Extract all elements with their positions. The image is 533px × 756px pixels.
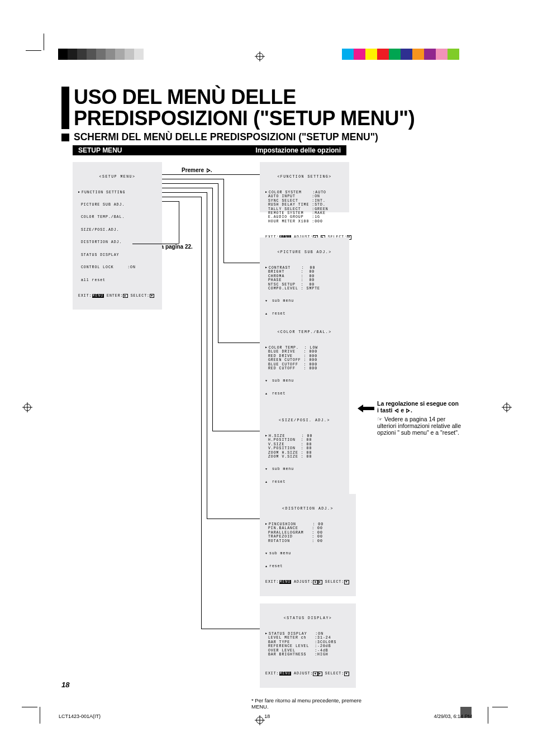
print-footer: LCT1423-001A(IT) 18 4/29/03, 6:14 PM xyxy=(59,714,472,719)
bullet-square-icon xyxy=(61,134,69,141)
menu-footer: EXIT:MENU ADJUST:◀▶ SELECT:▼ xyxy=(265,580,350,584)
crop-mark xyxy=(27,34,49,56)
grayscale-strip xyxy=(58,49,153,60)
arrow-left-icon xyxy=(358,405,374,412)
setup-menu-box: <SETUP MENU> FUNCTION SETTING PICTURE SU… xyxy=(73,162,162,310)
back-note: * Per fare ritorno al menu precedente, p… xyxy=(251,697,363,710)
menu-footer: EXIT:MENU ENTER:▶ SELECT:▼ xyxy=(78,294,156,298)
svg-marker-12 xyxy=(358,405,374,412)
header-left: SETUP MENU xyxy=(78,146,122,154)
menu-footer: EXIT:MENU ADJUST:◀▶ SELECT:▼ xyxy=(265,672,350,676)
page-number: 18 xyxy=(61,681,69,689)
content-area: USO DEL MENÙ DELLE PREDISPOSIZIONI ("SET… xyxy=(61,87,464,732)
crop-mark xyxy=(482,701,505,724)
section-header-bar: SETUP MENU Impostazione delle opzioni xyxy=(73,145,346,155)
color-strip xyxy=(342,49,459,60)
footer-doc-id: LCT1423-001A(IT) xyxy=(59,714,101,719)
registration-mark xyxy=(502,402,512,412)
pointing-hand-icon: ☞ xyxy=(377,416,383,422)
crop-mark xyxy=(23,701,45,724)
triangle-left-icon xyxy=(394,408,398,413)
distortion-adj-box: <DISTORTION ADJ.> PINCUSHION : 00 PIN.BA… xyxy=(260,494,356,596)
footer-timestamp: 4/29/03, 6:14 PM xyxy=(434,714,472,719)
triangle-right-icon xyxy=(406,408,410,413)
triangle-right-icon xyxy=(207,168,211,173)
subtitle-text: SCHERMI DEL MENÙ DELLE PREDISPOSIZIONI (… xyxy=(74,131,378,143)
registration-mark xyxy=(255,51,265,61)
side-note: La regolazione si esegue con i tasti e .… xyxy=(377,400,461,436)
subtitle-row: SCHERMI DEL MENÙ DELLE PREDISPOSIZIONI (… xyxy=(61,131,464,143)
registration-mark xyxy=(22,402,32,412)
press-label: Premere . xyxy=(182,167,212,173)
page: USO DEL MENÙ DELLE PREDISPOSIZIONI ("SET… xyxy=(0,0,533,756)
menu-diagram: Premere . ☞Vedere a pagina 22. <SETUP ME… xyxy=(61,162,464,732)
footer-page: 18 xyxy=(264,714,270,719)
page-title: USO DEL MENÙ DELLE PREDISPOSIZIONI ("SET… xyxy=(74,87,464,129)
status-display-box: <STATUS DISPLAY> STATUS DISPLAY :ON LEVE… xyxy=(260,603,356,688)
title-block: USO DEL MENÙ DELLE PREDISPOSIZIONI ("SET… xyxy=(61,87,464,129)
header-right: Impostazione delle opzioni xyxy=(255,146,341,154)
function-setting-box: <FUNCTION SETTING> COLOR SYSTEM :AUTO AU… xyxy=(260,162,349,212)
